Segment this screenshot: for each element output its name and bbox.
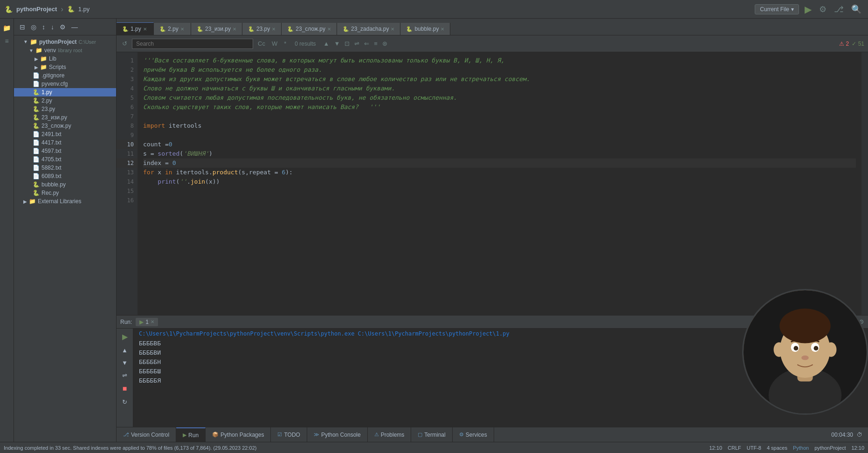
tab-2py-close[interactable]: ✕ [180,27,184,32]
code-content[interactable]: '''Вася составляет 6-буквенные слова, в … [138,52,861,315]
run-button[interactable]: ▶ [803,2,813,17]
search-next-btn[interactable]: ▼ [333,39,341,48]
run-play-btn[interactable]: ▶ [120,330,130,343]
tab-23slozh[interactable]: 🐍 23_слож.py ✕ [282,23,337,35]
tab-bubble-close[interactable]: ✕ [441,27,444,32]
editor-tabs: 🐍 1.py ✕ 🐍 2.py ✕ 🐍 23_изи.py ✕ 🐍 23.py … [117,19,868,35]
search-input[interactable] [132,39,253,49]
file-23py-item[interactable]: 🐍 23.py [14,105,116,113]
tab-2py[interactable]: 🐍 2.py ✕ [154,23,191,35]
file-4597-item[interactable]: 📄 4597.txt [14,147,116,155]
code-line-10: count =0 [143,140,856,149]
run-rerun-btn[interactable]: ↻ [120,397,129,407]
python-packages-icon: 📦 [212,432,219,438]
encoding-status[interactable]: UTF-8 [747,445,761,451]
btm-tab-run-label: Run [188,432,199,439]
file-1py-item[interactable]: 🐍 1.py [14,88,116,96]
run-tab-1[interactable]: ▶ 1 ✕ [136,318,158,326]
tab-23py[interactable]: 🐍 23.py ✕ [242,23,282,35]
pyvenv-item[interactable]: 📄 pyvenv.cfg [14,80,116,88]
btm-tab-terminal[interactable]: ▢ Terminal [411,427,452,442]
btm-tab-services[interactable]: ⚙ Services [453,427,494,442]
search-everywhere-button[interactable]: 🔍 [849,2,863,16]
search-scope-btn[interactable]: ⊡ [344,39,351,48]
sort-btn[interactable]: ↓ [49,22,56,32]
external-libraries-item[interactable]: ▶ 📁 External Libraries [14,197,116,206]
search-list-btn[interactable]: ≡ [373,39,379,48]
venv-expand-icon: ▼ [29,48,34,53]
line-col-status[interactable]: 12:10 [709,445,722,451]
1py-icon: 🐍 [33,89,40,96]
tab-1py-label: 1.py [131,26,141,32]
current-file-dropdown[interactable]: Current File ▾ [755,4,799,14]
tab-23izi[interactable]: 🐍 23_изи.py ✕ [191,23,242,35]
file-23izi-item[interactable]: 🐍 23_изи.py [14,113,116,122]
tab-23py-icon: 🐍 [248,26,255,32]
search-filter-btn[interactable]: ⊛ [381,39,388,48]
code-editor[interactable]: 1 2 3 4 5 6 7 8 9 10 11 12 13 14 15 16 [117,52,868,315]
tab-23zadacha[interactable]: 🐍 23_zadacha.py ✕ [337,23,400,35]
minimize-btn[interactable]: — [69,22,80,32]
collapse-all-btn[interactable]: ⊟ [18,22,27,32]
run-wrap-btn[interactable]: ⇌ [120,370,129,381]
file-23slozh-item[interactable]: 🐍 23_слож.py [14,122,116,130]
structure-icon-btn[interactable]: ≡ [1,35,13,47]
run-stop-btn[interactable]: ■ [121,383,129,395]
problems-icon: ⚠ [374,432,379,438]
tab-23izi-close[interactable]: ✕ [233,27,236,32]
expand-btn[interactable]: ↕ [40,22,47,32]
line-num-14: 14 [117,177,138,186]
tab-1py[interactable]: 🐍 1.py ✕ [117,22,154,35]
run-icon: ▶ [183,432,186,438]
right-gutter [861,52,868,315]
python-status[interactable]: Python [793,445,809,451]
profile-button[interactable]: ⎇ [832,2,846,16]
tab-bubble[interactable]: 🐍 bubble.py ✕ [400,23,450,35]
tab-23py-label: 23.py [256,26,270,32]
indent-status[interactable]: 4 spaces [767,445,787,451]
project-icon-btn[interactable]: 📁 [1,22,13,34]
search-prev-btn[interactable]: ▲ [323,39,331,48]
word-btn[interactable]: W [270,39,279,48]
settings-icon[interactable]: ⚙ [58,22,68,32]
btm-tab-todo[interactable]: ☑ TODO [271,427,307,442]
project-status[interactable]: pythonProject [814,445,846,451]
scripts-item[interactable]: ▶ 📁 Scripts [14,63,116,71]
btm-tab-python-packages[interactable]: 📦 Python Packages [206,427,271,442]
crlf-status[interactable]: CRLF [728,445,741,451]
run-scroll-down-btn[interactable]: ▼ [120,357,130,368]
file-5882-item[interactable]: 📄 5882.txt [14,164,116,172]
btm-tab-python-console[interactable]: ≫ Python Console [307,427,368,442]
file-4417-item[interactable]: 📄 4417.txt [14,138,116,147]
file-6089-item[interactable]: 📄 6089.txt [14,172,116,180]
lib-item[interactable]: ▶ 📁 Lib [14,55,116,63]
locate-file-btn[interactable]: ◎ [29,22,38,32]
coverage-button[interactable]: ⚙ [817,2,828,16]
search-multiline-btn[interactable]: ⇌ [353,39,360,48]
case-sensitive-btn[interactable]: Cc [256,39,267,48]
6089-label: 6089.txt [41,173,62,179]
run-tab-close[interactable]: ✕ [151,319,154,324]
run-scroll-up-btn[interactable]: ▲ [120,345,130,356]
search-arrow-btn[interactable]: ⇐ [363,39,370,48]
tab-23py-close[interactable]: ✕ [272,27,276,32]
file-4705-item[interactable]: 📄 4705.txt [14,155,116,164]
file-2py-item[interactable]: 🐍 2.py [14,96,116,105]
venv-item[interactable]: ▼ 📁 venv library root [14,46,116,55]
gitignore-item[interactable]: 📄 .gitignore [14,71,116,80]
file-2491-item[interactable]: 📄 2491.txt [14,130,116,138]
file-bubble-item[interactable]: 🐍 bubble.py [14,180,116,189]
regex-btn[interactable]: * [282,39,288,48]
btm-tab-run[interactable]: ▶ Run [176,427,206,442]
file-rec-item[interactable]: 🐍 Rec.py [14,189,116,197]
tab-23slozh-close[interactable]: ✕ [327,27,331,32]
btm-tab-version-control[interactable]: ⎇ Version Control [117,427,176,442]
code-line-14: print(''.join(x)) [143,177,856,186]
project-root-item[interactable]: ▼ 📁 pythonProject C:\User [14,37,116,46]
search-back-btn[interactable]: ↺ [120,39,129,48]
svg-point-11 [826,342,836,357]
btm-tab-problems[interactable]: ⚠ Problems [368,427,412,442]
tab-1py-close[interactable]: ✕ [143,27,147,32]
svg-point-8 [814,346,819,350]
tab-23zadacha-close[interactable]: ✕ [391,27,394,32]
